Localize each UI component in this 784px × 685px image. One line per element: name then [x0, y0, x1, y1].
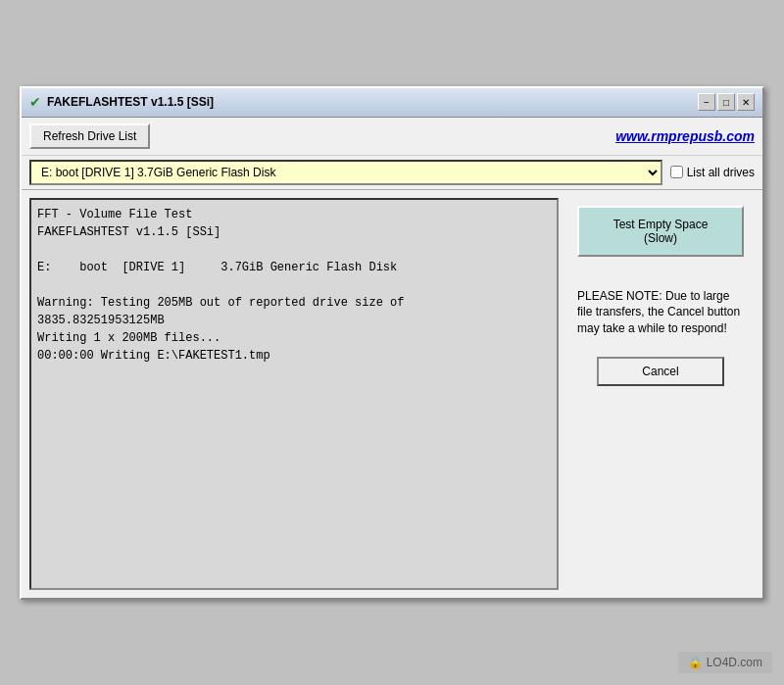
- cancel-button[interactable]: Cancel: [597, 357, 724, 386]
- minimize-button[interactable]: −: [698, 93, 715, 111]
- close-button[interactable]: ✕: [737, 93, 755, 111]
- maximize-button[interactable]: □: [717, 93, 735, 111]
- title-bar: ✔ FAKEFLASHTEST v1.1.5 [SSi] − □ ✕: [22, 88, 762, 118]
- lo4d-logo: 🔒 LO4D.com: [688, 656, 762, 669]
- window-controls: − □ ✕: [698, 93, 755, 111]
- note-text: PLEASE NOTE: Due to large file transfers…: [577, 288, 744, 337]
- list-all-label: List all drives: [687, 166, 755, 179]
- main-window: ✔ FAKEFLASHTEST v1.1.5 [SSi] − □ ✕ Refre…: [20, 86, 764, 600]
- toolbar: Refresh Drive List www.rmprepusb.com: [22, 118, 762, 156]
- drive-row: E: boot [DRIVE 1] 3.7GiB Generic Flash D…: [22, 156, 762, 190]
- title-bar-left: ✔ FAKEFLASHTEST v1.1.5 [SSi]: [29, 94, 214, 110]
- main-content: FFT - Volume File Test FAKEFLASHTEST v1.…: [22, 190, 762, 598]
- lo4d-watermark: 🔒 LO4D.com: [678, 652, 772, 673]
- log-panel: FFT - Volume File Test FAKEFLASHTEST v1.…: [29, 198, 559, 590]
- log-text: FFT - Volume File Test FAKEFLASHTEST v1.…: [37, 206, 551, 365]
- right-panel: Test Empty Space (Slow) PLEASE NOTE: Due…: [559, 198, 755, 590]
- window-title: FAKEFLASHTEST v1.1.5 [SSi]: [47, 95, 214, 109]
- list-all-container: List all drives: [670, 166, 755, 179]
- app-icon: ✔: [29, 94, 41, 110]
- drive-select[interactable]: E: boot [DRIVE 1] 3.7GiB Generic Flash D…: [29, 160, 662, 185]
- list-all-checkbox[interactable]: [670, 166, 683, 178]
- test-empty-space-button[interactable]: Test Empty Space (Slow): [577, 206, 744, 257]
- website-link[interactable]: www.rmprepusb.com: [615, 128, 755, 144]
- refresh-drive-list-button[interactable]: Refresh Drive List: [29, 123, 150, 149]
